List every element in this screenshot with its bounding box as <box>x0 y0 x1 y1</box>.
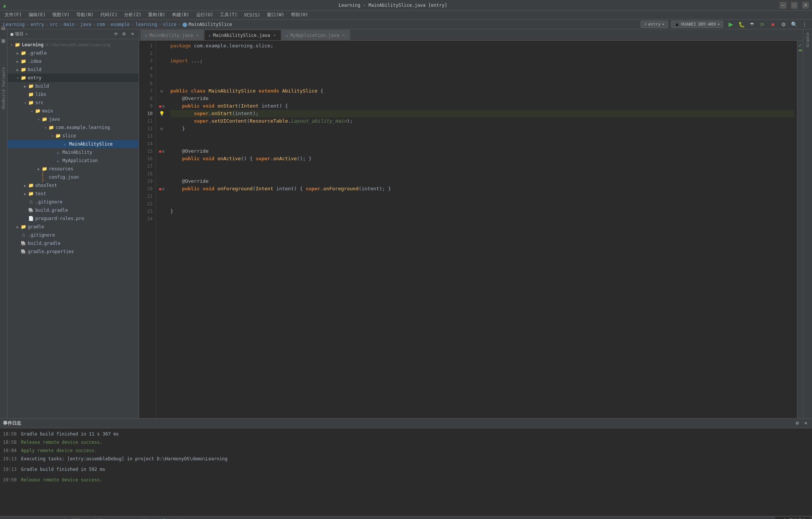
coverage-button[interactable]: ☂ <box>747 20 756 29</box>
run-button[interactable]: ▶ <box>726 20 735 29</box>
tree-label-slice: slice <box>62 133 76 138</box>
folder-open-icon: 📁 <box>28 100 34 106</box>
event-log-settings-icon[interactable]: ⚙ <box>794 420 801 427</box>
tree-item-libs[interactable]: ▶ 📁 libs <box>8 90 139 99</box>
tree-item-root[interactable]: ▾ 📁 Learning D:\HarmonyOS\demo\Learning <box>8 41 139 49</box>
bottom-tab-build[interactable]: 🔨 Build <box>158 517 186 519</box>
code-line-8: @Override <box>170 95 794 102</box>
tab-close-my-application[interactable]: ✕ <box>341 33 346 38</box>
breadcrumb-learning[interactable]: Learning <box>3 22 25 27</box>
tree-item-build-root[interactable]: ▶ 📁 build <box>8 65 139 74</box>
breadcrumb-src[interactable]: src <box>50 22 58 27</box>
tree-item-entry[interactable]: ▾ 📁 entry <box>8 74 139 82</box>
tab-main-ability[interactable]: ☕ MainAbility.java ✕ <box>141 30 204 40</box>
bottom-tab-profiler[interactable]: Profiler <box>128 517 158 519</box>
tree-item-ohos-test[interactable]: ▶ 📁 ohosTest <box>8 181 139 190</box>
tree-item-gitignore[interactable]: ▶ ⎙ .gitignore <box>8 198 139 206</box>
settings-button[interactable]: ⚙ <box>779 20 788 29</box>
favorites-tab[interactable]: 收藏夹 <box>0 45 7 48</box>
menu-item[interactable]: 重构(B) <box>145 11 168 19</box>
breadcrumb-example[interactable]: example <box>111 22 130 27</box>
tree-item-gradle-properties[interactable]: ▶ 🐘 gradle.properties <box>8 247 139 256</box>
tree-item-slice[interactable]: ▾ 📁 slice <box>8 132 139 140</box>
menu-item[interactable]: 工具(T) <box>217 11 240 19</box>
menu-item[interactable]: 窗口(W) <box>264 11 287 19</box>
debug-button[interactable]: 🐛 <box>737 20 746 29</box>
tab-bar: ☕ MainAbility.java ✕ ☕ MainAbilitySlice.… <box>139 29 803 41</box>
tree-item-build-gradle-root[interactable]: ▶ 🐘 build.gradle <box>8 239 139 247</box>
project-close-icon[interactable]: ✕ <box>129 31 136 38</box>
tree-label: proguard-rules.pro <box>35 216 84 221</box>
bottom-tab-run[interactable]: ▶ 4: Run <box>2 517 30 519</box>
fold-15-icon: ⊟ <box>162 149 164 153</box>
tree-item-resources[interactable]: ▶ 📁 resources <box>8 165 139 173</box>
line-num-21: 21 <box>139 193 153 200</box>
tree-item-main-ability-slice[interactable]: ▶ ☕ MainAbilitySlice <box>8 140 139 148</box>
menu-item[interactable]: 帮助(H) <box>288 11 311 19</box>
tree-item-src[interactable]: ▾ 📁 src <box>8 99 139 107</box>
tree-item-idea[interactable]: ▶ 📁 .idea <box>8 57 139 65</box>
breadcrumb-learning2[interactable]: learning <box>135 22 157 27</box>
project-settings-icon[interactable]: ⚙ <box>121 31 127 38</box>
build-variants-tab[interactable]: OhoBuild Variants <box>0 65 7 111</box>
folder-open-icon: 📁 <box>35 108 41 114</box>
breadcrumb-slice[interactable]: slice <box>163 22 176 27</box>
tree-item-gitignore-root[interactable]: ▶ ⎙ .gitignore <box>8 231 139 239</box>
structure-tab[interactable]: 结构 <box>0 32 7 35</box>
tab-main-ability-label: MainAbility.java <box>150 33 193 38</box>
project-sync-icon[interactable]: ⟳ <box>112 31 119 38</box>
menu-item[interactable]: 分析(Z) <box>121 11 144 19</box>
bottom-tab-hilog[interactable]: HiLog <box>106 517 127 519</box>
more-button[interactable]: ⋮ <box>800 20 809 29</box>
menu-item[interactable]: 视图(V) <box>49 11 73 19</box>
gutter-9: ● ⊟ <box>156 102 167 110</box>
tab-close-main-ability[interactable]: ✕ <box>195 33 200 38</box>
tree-item-build-gradle[interactable]: ▶ 🐘 build.gradle <box>8 206 139 214</box>
tree-item-config-json[interactable]: ▶ { } config.json <box>8 173 139 181</box>
breadcrumb-main[interactable]: main <box>64 22 74 27</box>
line-num-22: 22 <box>139 200 153 208</box>
close-button[interactable]: ✕ <box>802 2 809 9</box>
search-button[interactable]: 🔍 <box>789 20 798 29</box>
line-num-13: 13 <box>139 132 153 140</box>
tree-item-my-application[interactable]: ▶ ☕ MyApplication <box>8 156 139 165</box>
tab-my-application[interactable]: ☕ MyApplication.java ✕ <box>282 30 350 40</box>
tab-close-main-ability-slice[interactable]: ✕ <box>273 33 277 38</box>
device-config-dropdown[interactable]: 📱 HUAWEI DBY-W09 ▾ <box>671 21 723 28</box>
tree-item-main-ability[interactable]: ▶ ☕ MainAbility <box>8 148 139 156</box>
tree-item-entry-build[interactable]: ▶ 📁 build <box>8 82 139 90</box>
maximize-button[interactable]: □ <box>791 2 798 9</box>
sync-button[interactable]: ⟳ <box>758 20 767 29</box>
tab-main-ability-slice[interactable]: ☕ MainAbilitySlice.java ✕ <box>204 30 281 40</box>
menu-item[interactable]: VCS(S) <box>241 12 263 18</box>
menu-item[interactable]: 构建(B) <box>169 11 192 19</box>
tree-item-proguard[interactable]: ▶ 📄 proguard-rules.pro <box>8 214 139 223</box>
right-sidebar: Gradle <box>803 29 812 418</box>
tree-item-main[interactable]: ▾ 📁 main <box>8 107 139 115</box>
gradle-label[interactable]: Gradle <box>805 31 810 49</box>
code-editor[interactable]: package com.example.learning.slice; impo… <box>167 41 797 418</box>
tree-item-test[interactable]: ▶ 📁 test <box>8 190 139 198</box>
breadcrumb-com[interactable]: com <box>97 22 105 27</box>
bottom-tab-terminal[interactable]: ✕ 终端 <box>85 517 105 519</box>
tree-item-gradle-hidden[interactable]: ▶ 📁 .gradle <box>8 49 139 57</box>
menu-item[interactable]: 运行(U) <box>193 11 217 19</box>
minimize-button[interactable]: ─ <box>780 2 786 9</box>
project-dropdown-icon[interactable]: ▾ <box>25 32 28 37</box>
breadcrumb-java[interactable]: java <box>80 22 91 27</box>
run-config-dropdown[interactable]: ⚙ entry ▾ <box>641 21 668 28</box>
breadcrumb-class[interactable]: MainAbilitySlice <box>189 22 232 27</box>
breadcrumb-entry[interactable]: entry <box>30 22 44 27</box>
bottom-tab-problems[interactable]: ⊙ 6: 问题 <box>55 517 84 519</box>
menu-item[interactable]: 导航(N) <box>73 11 97 19</box>
menu-item[interactable]: 编辑(E) <box>26 11 49 19</box>
menu-item[interactable]: 代码(C) <box>97 11 121 19</box>
bottom-tab-event-log[interactable]: ⚠ 1 事件日志 <box>775 517 810 519</box>
event-log-close-icon[interactable]: ✕ <box>802 420 809 427</box>
tree-item-java[interactable]: ▾ 📁 java <box>8 115 139 123</box>
menu-item[interactable]: 文件(F) <box>2 11 25 19</box>
bottom-tab-todo[interactable]: ☰ TODO <box>30 517 55 519</box>
stop-button[interactable]: ■ <box>768 20 777 29</box>
tree-item-gradle[interactable]: ▶ 📁 gradle <box>8 223 139 231</box>
tree-item-package[interactable]: ▾ 📁 com.example.learning <box>8 123 139 132</box>
